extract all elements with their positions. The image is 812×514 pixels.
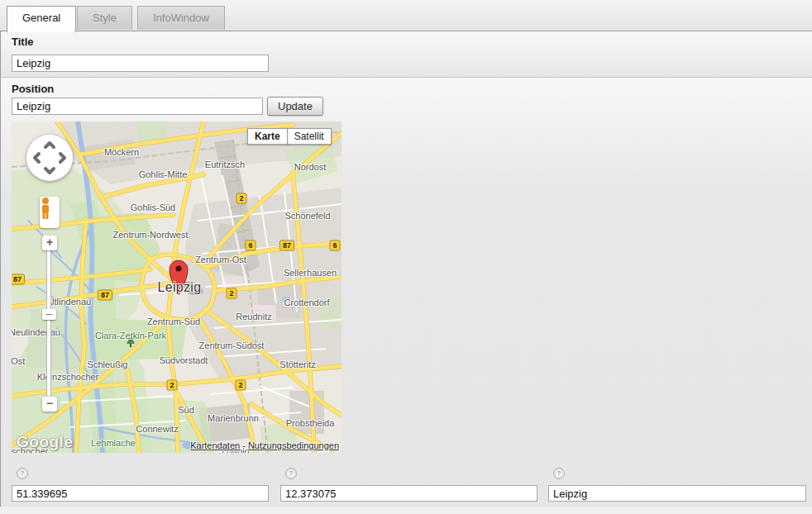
update-button[interactable]: Update [267,97,323,116]
position-section: Position Update [0,78,812,507]
map-canvas[interactable]: MöckernGohlis-MitteEutritzschNordostGohl… [12,121,342,453]
map-type-control: Karte Satellit [247,128,332,145]
position-label: Position [12,83,54,95]
tab-general[interactable]: General [7,6,76,32]
google-logo: Google [17,433,73,451]
map-element-editor: General Style InfoWindow Title Position … [0,0,812,514]
zoom-in-button[interactable]: + [42,236,57,250]
tab-style[interactable]: Style [77,6,132,30]
kartendaten-link[interactable]: Kartendaten [190,440,240,450]
map-type-karte-button[interactable]: Karte [247,128,288,145]
position-input[interactable] [12,98,263,115]
longitude-input[interactable] [280,485,537,502]
map-type-satellit-button[interactable]: Satellit [287,128,332,145]
zoom-slider-track[interactable] [46,250,51,397]
address-help-icon[interactable]: ? [553,468,565,479]
pan-arrows-icon [26,135,73,181]
attribution-separator: - [240,440,248,450]
title-section: Title [0,31,812,78]
address-input[interactable] [548,485,806,502]
latitude-help-icon[interactable]: ? [17,468,28,479]
title-label: Title [12,36,34,48]
zoom-slider-handle[interactable] [42,309,56,320]
latitude-input[interactable] [12,485,269,502]
panel-left-border [0,31,1,507]
panel-footer [0,507,812,514]
pan-control[interactable] [26,135,73,181]
nutzungsbedingungen-link[interactable]: Nutzungsbedingungen [248,440,339,450]
map-attribution: Kartendaten - Nutzungsbedingungen [190,440,339,450]
street-view-pegman[interactable] [40,197,60,228]
longitude-help-icon[interactable]: ? [285,468,297,479]
title-input[interactable] [12,55,269,72]
tab-bar: General Style InfoWindow [0,0,812,31]
zoom-out-button[interactable]: − [42,397,57,412]
pegman-icon [40,197,51,220]
tab-infowindow[interactable]: InfoWindow [137,6,225,30]
